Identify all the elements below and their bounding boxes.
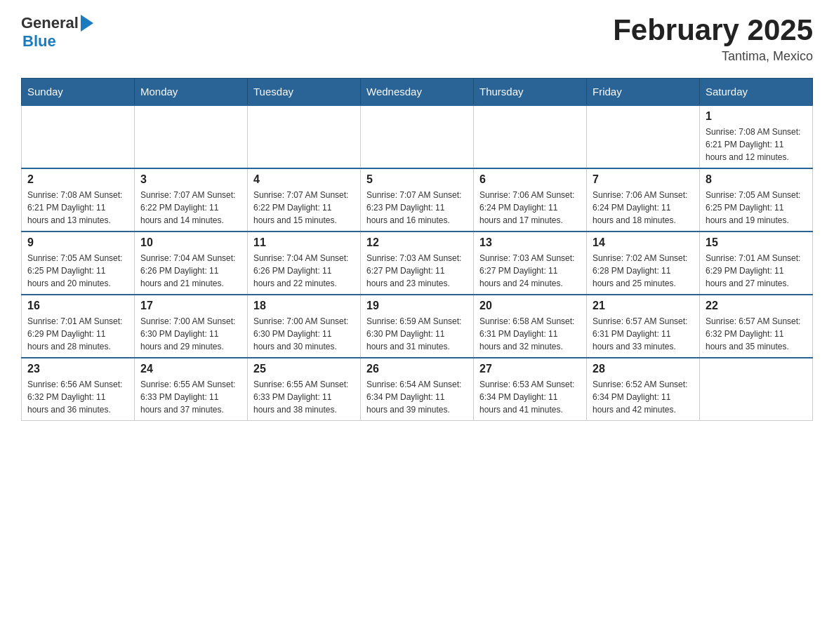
calendar-cell: 15Sunrise: 7:01 AM Sunset: 6:29 PM Dayli… <box>700 232 813 295</box>
calendar-cell: 20Sunrise: 6:58 AM Sunset: 6:31 PM Dayli… <box>474 295 587 358</box>
weekday-header-row: SundayMondayTuesdayWednesdayThursdayFrid… <box>22 79 813 106</box>
day-info: Sunrise: 7:02 AM Sunset: 6:28 PM Dayligh… <box>593 252 694 290</box>
day-number: 10 <box>140 236 241 249</box>
day-number: 22 <box>706 300 807 312</box>
calendar-cell: 4Sunrise: 7:07 AM Sunset: 6:22 PM Daylig… <box>248 168 361 232</box>
title-area: February 2025 Tantima, Mexico <box>613 14 813 64</box>
calendar-cell <box>474 105 587 168</box>
day-number: 11 <box>253 236 355 249</box>
day-number: 26 <box>366 363 468 375</box>
page-header: General Blue February 2025 Tantima, Mexi… <box>21 14 813 64</box>
day-info: Sunrise: 7:06 AM Sunset: 6:24 PM Dayligh… <box>593 189 694 227</box>
day-number: 18 <box>253 300 355 312</box>
day-number: 15 <box>706 236 807 249</box>
calendar-table: SundayMondayTuesdayWednesdayThursdayFrid… <box>21 78 813 421</box>
day-info: Sunrise: 7:01 AM Sunset: 6:29 PM Dayligh… <box>706 252 807 290</box>
logo-triangle-icon <box>81 15 93 32</box>
calendar-cell <box>700 358 813 421</box>
calendar-cell: 6Sunrise: 7:06 AM Sunset: 6:24 PM Daylig… <box>474 168 587 232</box>
weekday-header-tuesday: Tuesday <box>248 79 361 106</box>
day-number: 5 <box>366 173 468 186</box>
calendar-cell: 12Sunrise: 7:03 AM Sunset: 6:27 PM Dayli… <box>361 232 474 295</box>
day-number: 21 <box>593 300 694 312</box>
day-info: Sunrise: 7:01 AM Sunset: 6:29 PM Dayligh… <box>27 315 128 353</box>
day-info: Sunrise: 6:52 AM Sunset: 6:34 PM Dayligh… <box>593 378 694 416</box>
calendar-cell: 7Sunrise: 7:06 AM Sunset: 6:24 PM Daylig… <box>587 168 700 232</box>
logo-general-text: General <box>21 14 79 32</box>
calendar-cell: 23Sunrise: 6:56 AM Sunset: 6:32 PM Dayli… <box>22 358 135 421</box>
calendar-cell: 11Sunrise: 7:04 AM Sunset: 6:26 PM Dayli… <box>248 232 361 295</box>
week-row-3: 9Sunrise: 7:05 AM Sunset: 6:25 PM Daylig… <box>22 232 813 295</box>
day-number: 14 <box>593 236 694 249</box>
day-number: 23 <box>27 363 128 375</box>
day-info: Sunrise: 7:04 AM Sunset: 6:26 PM Dayligh… <box>253 252 355 290</box>
day-info: Sunrise: 7:05 AM Sunset: 6:25 PM Dayligh… <box>27 252 128 290</box>
day-number: 2 <box>27 173 128 186</box>
day-info: Sunrise: 7:07 AM Sunset: 6:22 PM Dayligh… <box>140 189 241 227</box>
calendar-cell: 25Sunrise: 6:55 AM Sunset: 6:33 PM Dayli… <box>248 358 361 421</box>
day-info: Sunrise: 6:54 AM Sunset: 6:34 PM Dayligh… <box>366 378 468 416</box>
day-info: Sunrise: 6:58 AM Sunset: 6:31 PM Dayligh… <box>479 315 581 353</box>
calendar-cell: 21Sunrise: 6:57 AM Sunset: 6:31 PM Dayli… <box>587 295 700 358</box>
day-number: 7 <box>593 173 694 186</box>
day-number: 12 <box>366 236 468 249</box>
day-number: 1 <box>706 110 807 123</box>
calendar-cell: 8Sunrise: 7:05 AM Sunset: 6:25 PM Daylig… <box>700 168 813 232</box>
day-number: 13 <box>479 236 581 249</box>
day-info: Sunrise: 6:53 AM Sunset: 6:34 PM Dayligh… <box>479 378 581 416</box>
day-info: Sunrise: 7:03 AM Sunset: 6:27 PM Dayligh… <box>366 252 468 290</box>
day-info: Sunrise: 7:04 AM Sunset: 6:26 PM Dayligh… <box>140 252 241 290</box>
day-info: Sunrise: 6:59 AM Sunset: 6:30 PM Dayligh… <box>366 315 468 353</box>
calendar-cell <box>361 105 474 168</box>
weekday-header-wednesday: Wednesday <box>361 79 474 106</box>
calendar-cell: 2Sunrise: 7:08 AM Sunset: 6:21 PM Daylig… <box>22 168 135 232</box>
calendar-cell <box>135 105 248 168</box>
calendar-cell: 14Sunrise: 7:02 AM Sunset: 6:28 PM Dayli… <box>587 232 700 295</box>
month-title: February 2025 <box>613 14 813 46</box>
week-row-4: 16Sunrise: 7:01 AM Sunset: 6:29 PM Dayli… <box>22 295 813 358</box>
day-number: 20 <box>479 300 581 312</box>
day-info: Sunrise: 6:57 AM Sunset: 6:32 PM Dayligh… <box>706 315 807 353</box>
day-info: Sunrise: 6:56 AM Sunset: 6:32 PM Dayligh… <box>27 378 128 416</box>
week-row-1: 1Sunrise: 7:08 AM Sunset: 6:21 PM Daylig… <box>22 105 813 168</box>
weekday-header-monday: Monday <box>135 79 248 106</box>
calendar-cell: 13Sunrise: 7:03 AM Sunset: 6:27 PM Dayli… <box>474 232 587 295</box>
day-number: 4 <box>253 173 355 186</box>
day-number: 8 <box>706 173 807 186</box>
day-number: 28 <box>593 363 694 375</box>
calendar-cell: 22Sunrise: 6:57 AM Sunset: 6:32 PM Dayli… <box>700 295 813 358</box>
day-info: Sunrise: 6:57 AM Sunset: 6:31 PM Dayligh… <box>593 315 694 353</box>
day-number: 17 <box>140 300 241 312</box>
calendar-cell <box>248 105 361 168</box>
calendar-cell: 19Sunrise: 6:59 AM Sunset: 6:30 PM Dayli… <box>361 295 474 358</box>
day-info: Sunrise: 6:55 AM Sunset: 6:33 PM Dayligh… <box>253 378 355 416</box>
calendar-cell: 26Sunrise: 6:54 AM Sunset: 6:34 PM Dayli… <box>361 358 474 421</box>
day-number: 24 <box>140 363 241 375</box>
day-info: Sunrise: 7:07 AM Sunset: 6:22 PM Dayligh… <box>253 189 355 227</box>
day-number: 19 <box>366 300 468 312</box>
weekday-header-saturday: Saturday <box>700 79 813 106</box>
day-info: Sunrise: 7:08 AM Sunset: 6:21 PM Dayligh… <box>27 189 128 227</box>
day-info: Sunrise: 7:00 AM Sunset: 6:30 PM Dayligh… <box>140 315 241 353</box>
calendar-cell <box>587 105 700 168</box>
day-info: Sunrise: 7:03 AM Sunset: 6:27 PM Dayligh… <box>479 252 581 290</box>
day-info: Sunrise: 7:06 AM Sunset: 6:24 PM Dayligh… <box>479 189 581 227</box>
location-text: Tantima, Mexico <box>613 49 813 64</box>
calendar-cell <box>22 105 135 168</box>
weekday-header-friday: Friday <box>587 79 700 106</box>
day-info: Sunrise: 6:55 AM Sunset: 6:33 PM Dayligh… <box>140 378 241 416</box>
calendar-cell: 16Sunrise: 7:01 AM Sunset: 6:29 PM Dayli… <box>22 295 135 358</box>
calendar-cell: 9Sunrise: 7:05 AM Sunset: 6:25 PM Daylig… <box>22 232 135 295</box>
calendar-cell: 10Sunrise: 7:04 AM Sunset: 6:26 PM Dayli… <box>135 232 248 295</box>
day-number: 27 <box>479 363 581 375</box>
calendar-cell: 3Sunrise: 7:07 AM Sunset: 6:22 PM Daylig… <box>135 168 248 232</box>
calendar-cell: 18Sunrise: 7:00 AM Sunset: 6:30 PM Dayli… <box>248 295 361 358</box>
day-info: Sunrise: 7:05 AM Sunset: 6:25 PM Dayligh… <box>706 189 807 227</box>
calendar-cell: 5Sunrise: 7:07 AM Sunset: 6:23 PM Daylig… <box>361 168 474 232</box>
day-info: Sunrise: 7:07 AM Sunset: 6:23 PM Dayligh… <box>366 189 468 227</box>
day-info: Sunrise: 7:00 AM Sunset: 6:30 PM Dayligh… <box>253 315 355 353</box>
day-number: 25 <box>253 363 355 375</box>
week-row-5: 23Sunrise: 6:56 AM Sunset: 6:32 PM Dayli… <box>22 358 813 421</box>
day-number: 3 <box>140 173 241 186</box>
weekday-header-thursday: Thursday <box>474 79 587 106</box>
